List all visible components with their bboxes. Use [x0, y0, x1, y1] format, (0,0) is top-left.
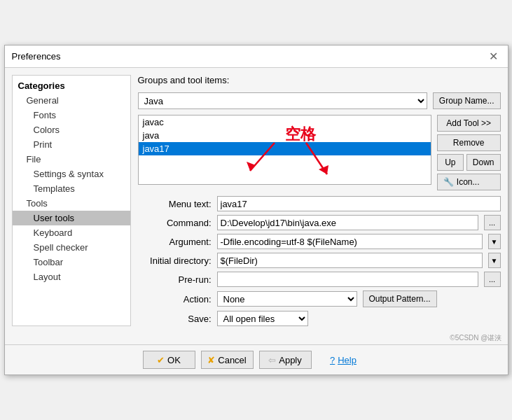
gear-icon: 🔧 — [443, 177, 454, 187]
action-row: Action: None Run Build Output Pattern... — [138, 290, 501, 307]
menu-text-row: Menu text: — [138, 196, 501, 211]
output-pattern-button[interactable]: Output Pattern... — [363, 290, 437, 307]
command-row: Command: ... — [138, 215, 501, 230]
categories-label: Categories — [13, 78, 130, 93]
save-select[interactable]: All open files Current file None — [217, 311, 308, 326]
initial-dir-label: Initial directory: — [138, 255, 212, 266]
preferences-dialog: Preferences ✕ Categories General Fonts C… — [4, 45, 508, 375]
tool-item-java17[interactable]: java17 — [139, 142, 431, 155]
watermark: ©5CSDN @谌浃 — [5, 333, 508, 344]
pre-run-browse-button[interactable]: ... — [484, 272, 501, 287]
main-content: Groups and tool items: Java Python C++ G… — [138, 75, 501, 326]
sidebar-item-toolbar[interactable]: Toolbar — [13, 255, 130, 270]
save-label: Save: — [138, 314, 212, 324]
apply-icon: ⇦ — [268, 355, 276, 365]
groups-label: Groups and tool items: — [138, 75, 501, 85]
up-button[interactable]: Up — [437, 154, 464, 171]
command-label: Command: — [138, 218, 212, 228]
close-button[interactable]: ✕ — [487, 50, 501, 64]
form-section: Menu text: Command: ... Argument: ▼ Init… — [138, 196, 501, 326]
sidebar-item-colors[interactable]: Colors — [13, 122, 130, 137]
command-input[interactable] — [217, 215, 478, 230]
argument-row: Argument: ▼ — [138, 234, 501, 249]
groups-row: Java Python C++ Group Name... — [138, 92, 501, 109]
sidebar-item-templates[interactable]: Templates — [13, 181, 130, 196]
sidebar-item-tools[interactable]: Tools — [13, 196, 130, 211]
sidebar-item-general[interactable]: General — [13, 93, 130, 108]
command-browse-button[interactable]: ... — [484, 215, 501, 230]
group-select[interactable]: Java Python C++ — [138, 92, 427, 109]
icon-button[interactable]: 🔧 Icon... — [437, 174, 501, 190]
dialog-body: Categories General Fonts Colors Print Fi… — [5, 68, 508, 333]
down-button[interactable]: Down — [466, 154, 501, 171]
pre-run-input[interactable] — [217, 272, 478, 287]
argument-input[interactable] — [217, 234, 483, 249]
sidebar-item-file[interactable]: File — [13, 152, 130, 167]
ok-icon: ✔ — [157, 355, 165, 365]
ok-button[interactable]: ✔ OK — [143, 351, 195, 369]
apply-button[interactable]: ⇦ Apply — [259, 351, 312, 369]
action-select[interactable]: None Run Build — [217, 291, 357, 307]
tool-item-java[interactable]: java — [139, 129, 431, 142]
title-bar: Preferences ✕ — [5, 46, 508, 68]
sidebar-item-fonts[interactable]: Fonts — [13, 108, 130, 122]
menu-text-label: Menu text: — [138, 199, 212, 209]
argument-label: Argument: — [138, 237, 212, 247]
menu-text-input[interactable] — [217, 196, 501, 211]
remove-button[interactable]: Remove — [437, 134, 501, 151]
argument-dropdown-button[interactable]: ▼ — [488, 234, 501, 249]
sidebar-item-spell-checker[interactable]: Spell checker — [13, 240, 130, 255]
help-icon: ? — [330, 355, 335, 365]
sidebar-item-keyboard[interactable]: Keyboard — [13, 225, 130, 240]
initial-dir-input[interactable] — [217, 253, 483, 268]
dialog-footer: ✔ OK ✘ Cancel ⇦ Apply ? Help — [5, 344, 508, 374]
tools-buttons: Add Tool >> Remove Up Down 🔧 Icon... — [437, 115, 501, 190]
dialog-title: Preferences — [12, 51, 61, 62]
group-name-button[interactable]: Group Name... — [433, 92, 501, 109]
pre-run-label: Pre-run: — [138, 274, 212, 285]
cancel-button[interactable]: ✘ Cancel — [201, 351, 254, 369]
tools-area: javac java java17 空格 — [138, 115, 501, 190]
sidebar-item-settings-syntax[interactable]: Settings & syntax — [13, 167, 130, 181]
tools-list: javac java java17 — [138, 115, 431, 185]
action-label: Action: — [138, 294, 212, 304]
save-row: Save: All open files Current file None — [138, 311, 501, 326]
cancel-icon: ✘ — [207, 355, 215, 365]
sidebar: Categories General Fonts Colors Print Fi… — [12, 75, 131, 326]
pre-run-row: Pre-run: ... — [138, 272, 501, 287]
help-button[interactable]: ? Help — [317, 351, 370, 369]
sidebar-item-print[interactable]: Print — [13, 137, 130, 152]
add-tool-button[interactable]: Add Tool >> — [437, 115, 501, 132]
initial-dir-row: Initial directory: ▼ — [138, 253, 501, 268]
sidebar-item-layout[interactable]: Layout — [13, 270, 130, 284]
sidebar-item-user-tools[interactable]: User tools — [13, 211, 130, 225]
tool-item-javac[interactable]: javac — [139, 115, 431, 129]
initial-dir-dropdown-button[interactable]: ▼ — [488, 253, 501, 268]
